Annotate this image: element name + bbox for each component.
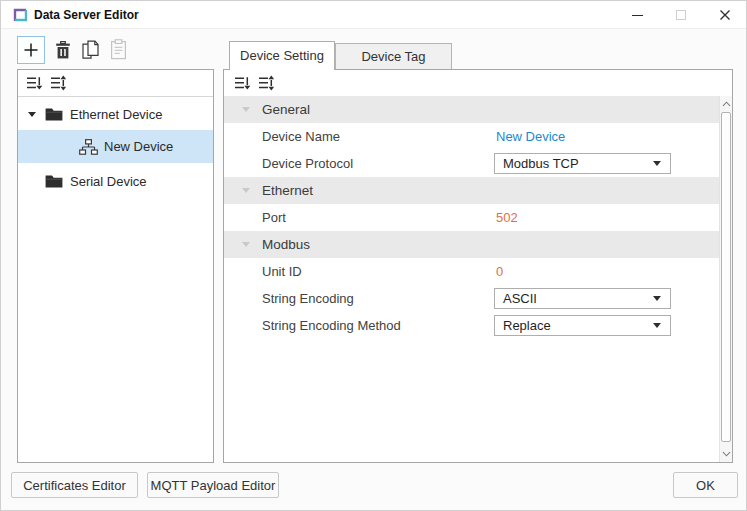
data-server-editor-window: Data Server Editor (0, 0, 747, 511)
chevron-down-icon (653, 296, 661, 301)
network-device-icon (79, 139, 98, 158)
section-title: Ethernet (262, 177, 313, 204)
minimize-button[interactable] (621, 1, 653, 29)
expand-arrow-icon[interactable] (28, 112, 36, 117)
paste-device-button (109, 39, 127, 60)
section-title: General (262, 96, 310, 123)
dropdown-value: Modbus TCP (503, 154, 579, 173)
string-encoding-method-dropdown[interactable]: Replace (494, 315, 671, 336)
device-tree-panel: Ethernet Device New Device Serial De (17, 69, 214, 463)
scroll-up-button[interactable] (720, 96, 732, 111)
port-value[interactable]: 502 (496, 204, 518, 231)
property-row-device-name: Device Name New Device (224, 123, 719, 150)
collapse-section-icon (242, 242, 250, 247)
chevron-down-icon (653, 161, 661, 166)
folder-icon (45, 175, 63, 191)
add-device-button[interactable] (17, 36, 45, 64)
tree-item-new-device[interactable]: New Device (18, 130, 213, 163)
expand-all-icon[interactable] (258, 75, 275, 91)
mqtt-payload-editor-button[interactable]: MQTT Payload Editor (147, 472, 279, 498)
window-title: Data Server Editor (34, 1, 139, 29)
folder-icon (45, 108, 63, 124)
property-label: Unit ID (262, 258, 302, 285)
property-row-port: Port 502 (224, 204, 719, 231)
section-title: Modbus (262, 231, 310, 258)
vertical-scrollbar[interactable] (719, 96, 732, 462)
close-icon (719, 9, 731, 21)
dropdown-value: ASCII (503, 289, 537, 308)
tree-item-label: Ethernet Device (70, 107, 163, 122)
property-label: Device Protocol (262, 150, 353, 177)
section-header-modbus[interactable]: Modbus (224, 231, 719, 258)
ok-button[interactable]: OK (673, 472, 738, 498)
device-protocol-dropdown[interactable]: Modbus TCP (494, 153, 671, 174)
minimize-icon (632, 15, 643, 16)
collapse-all-icon[interactable] (234, 75, 251, 91)
chevron-down-icon (722, 451, 731, 457)
tree-item-serial-device[interactable]: Serial Device (18, 167, 213, 195)
tree-item-label: Serial Device (70, 174, 147, 189)
property-row-string-encoding: String Encoding ASCII (224, 285, 719, 312)
chevron-up-icon (722, 101, 731, 107)
property-row-device-protocol: Device Protocol Modbus TCP (224, 150, 719, 177)
expand-all-icon[interactable] (50, 75, 67, 91)
plus-icon (23, 42, 39, 58)
property-label: String Encoding (262, 285, 354, 312)
tree-item-label: New Device (104, 139, 173, 154)
device-name-value[interactable]: New Device (496, 123, 565, 150)
property-row-unit-id: Unit ID 0 (224, 258, 719, 285)
property-row-string-encoding-method: String Encoding Method Replace (224, 312, 719, 339)
dropdown-value: Replace (503, 316, 551, 335)
maximize-button[interactable] (665, 1, 697, 29)
maximize-icon (676, 10, 686, 20)
scrollbar-thumb[interactable] (721, 112, 731, 442)
delete-device-button[interactable] (53, 40, 73, 60)
property-label: String Encoding Method (262, 312, 401, 339)
scroll-down-button[interactable] (720, 446, 732, 461)
copy-device-button[interactable] (81, 40, 100, 60)
string-encoding-dropdown[interactable]: ASCII (494, 288, 671, 309)
unit-id-value[interactable]: 0 (496, 258, 503, 285)
tree-item-ethernet-device[interactable]: Ethernet Device (18, 100, 213, 128)
close-button[interactable] (707, 1, 743, 29)
collapse-section-icon (242, 188, 250, 193)
property-label: Device Name (262, 123, 340, 150)
tab-device-tag[interactable]: Device Tag (335, 43, 452, 69)
title-bar: Data Server Editor (1, 1, 747, 29)
device-setting-panel: General Device Name New Device Device Pr… (223, 69, 733, 463)
collapse-all-icon[interactable] (26, 75, 43, 91)
paste-icon (110, 39, 127, 60)
chevron-down-icon (653, 323, 661, 328)
section-header-general[interactable]: General (224, 96, 719, 123)
tree-toolbar (18, 70, 213, 97)
section-header-ethernet[interactable]: Ethernet (224, 177, 719, 204)
tab-device-setting[interactable]: Device Setting (229, 41, 335, 70)
app-icon (13, 8, 27, 22)
collapse-section-icon (242, 107, 250, 112)
property-label: Port (262, 204, 286, 231)
trash-icon (54, 40, 72, 60)
copy-icon (81, 40, 100, 60)
certificates-editor-button[interactable]: Certificates Editor (11, 472, 138, 498)
